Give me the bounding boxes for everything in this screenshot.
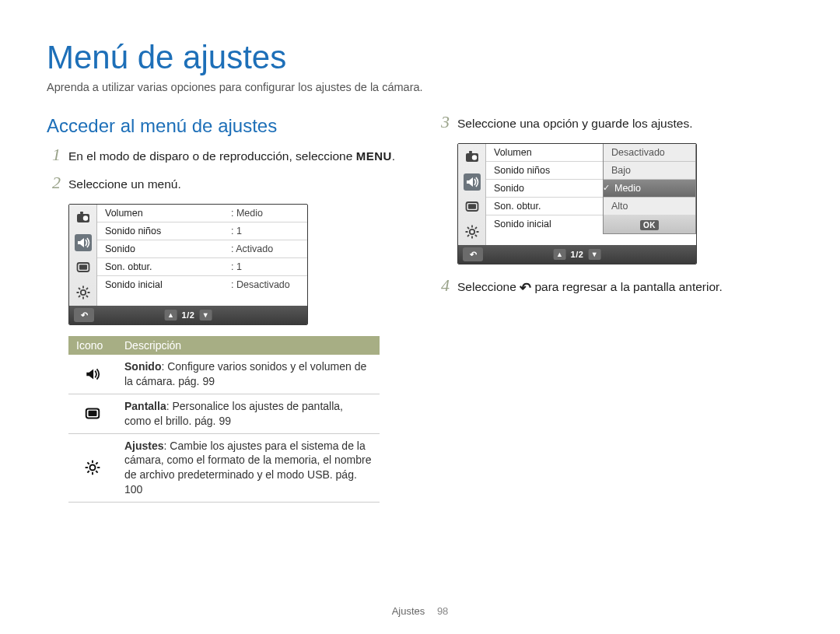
legend-title: Ajustes — [124, 440, 164, 452]
camera-icon — [75, 209, 92, 226]
lcd-screenshot-2: Volumen Sonido niños Sonido Son. obtur. … — [457, 143, 697, 264]
sound-icon — [75, 234, 92, 251]
page-indicator: 1/2 — [182, 310, 195, 320]
legend-header-icon: Icono — [68, 336, 117, 355]
legend-desc: Ajustes: Cambie los ajustes para el sist… — [117, 433, 380, 503]
legend-text: : Configure varios sonidos y el volumen … — [124, 360, 366, 387]
back-button[interactable]: ↶ — [463, 247, 483, 261]
legend-title: Pantalla — [124, 400, 166, 412]
menu-glyph: MENU — [356, 149, 392, 163]
page-title: Menú de ajustes — [47, 39, 793, 76]
option-item[interactable]: Desactivado — [604, 144, 695, 161]
step-text-after: para regresar a la pantalla anterior. — [531, 280, 723, 293]
camera-icon — [464, 149, 481, 166]
step-number: 1 — [47, 146, 61, 163]
footer-section: Ajustes — [392, 605, 425, 617]
gear-icon — [68, 433, 117, 503]
legend-title: Sonido — [124, 360, 161, 373]
back-icon: ↶ — [520, 280, 531, 296]
lcd-row-value: : 1 — [231, 261, 301, 272]
lcd-row-value: : Activado — [231, 243, 301, 254]
page-footer: Ajustes 98 — [0, 605, 840, 617]
step-number: 3 — [436, 114, 450, 131]
lcd-row-value: : Desactivado — [231, 279, 301, 290]
lcd-row-label: Sonido — [105, 243, 231, 254]
step-text-before: En el modo de disparo o de reproducción,… — [68, 149, 356, 163]
legend-header-desc: Descripción — [117, 336, 380, 355]
step-2: 2 Seleccione un menú. — [47, 176, 404, 193]
display-icon — [464, 198, 481, 215]
option-ok-row: OK — [604, 215, 695, 233]
page-indicator: 1/2 — [571, 250, 584, 259]
lcd-row-label: Volumen — [105, 208, 231, 219]
step-4: 4 Seleccione ↶ para regresar a la pantal… — [436, 278, 793, 298]
lcd-row: Sonido inicial: Desactivado — [97, 275, 307, 293]
step-text-before: Seleccione — [457, 280, 520, 293]
back-button[interactable]: ↶ — [74, 308, 94, 322]
step-text: Seleccione un menú. — [68, 176, 181, 193]
lcd-screenshot-1: Volumen: Medio Sonido niños: 1 Sonido: A… — [68, 204, 308, 325]
sound-icon — [68, 355, 117, 394]
lcd-icon-column — [458, 144, 486, 245]
gear-icon — [75, 284, 92, 301]
lcd-row: Volumen: Medio — [97, 205, 307, 222]
step-number: 2 — [47, 174, 61, 191]
section-heading: Acceder al menú de ajustes — [47, 115, 404, 137]
lcd-row: Son. obtur.: 1 — [97, 257, 307, 275]
legend-desc: Sonido: Configure varios sonidos y el vo… — [117, 355, 380, 394]
lcd-row: Sonido niños: 1 — [97, 222, 307, 240]
step-text: Seleccione ↶ para regresar a la pantalla… — [457, 278, 723, 298]
legend-row: Sonido: Configure varios sonidos y el vo… — [68, 355, 380, 394]
lcd-option-popup: Desactivado Bajo Medio Alto OK — [603, 144, 696, 234]
page-down-icon[interactable]: ▼ — [199, 310, 212, 321]
page-up-icon[interactable]: ▲ — [554, 249, 566, 260]
step-number: 4 — [436, 277, 450, 294]
step-text: Seleccione una opción y guarde los ajust… — [457, 115, 692, 132]
gear-icon — [464, 223, 481, 240]
option-item-selected[interactable]: Medio — [604, 179, 695, 197]
step-text-after: . — [392, 149, 395, 163]
page-intro: Aprenda a utilizar varias opciones para … — [47, 81, 793, 93]
option-item[interactable]: Alto — [604, 197, 695, 215]
option-item[interactable]: Bajo — [604, 161, 695, 179]
legend-row: Pantalla: Personalice los ajustes de pan… — [68, 394, 380, 433]
legend-table: Icono Descripción Sonido: Configure vari… — [68, 336, 380, 503]
lcd-pager: ▲ 1/2 ▼ — [554, 249, 601, 260]
lcd-row-value: : Medio — [231, 208, 301, 219]
lcd-pager: ▲ 1/2 ▼ — [165, 310, 212, 321]
sound-icon — [464, 173, 481, 191]
page-down-icon[interactable]: ▼ — [588, 249, 600, 260]
legend-row: Ajustes: Cambie los ajustes para el sist… — [68, 433, 380, 503]
step-3: 3 Seleccione una opción y guarde los aju… — [436, 115, 793, 132]
display-icon — [68, 394, 117, 433]
lcd-row-label: Sonido niños — [105, 226, 231, 236]
lcd-row-label: Sonido inicial — [105, 279, 231, 290]
lcd-row-label: Son. obtur. — [105, 261, 231, 272]
lcd-row-value: : 1 — [231, 226, 301, 236]
display-icon — [75, 259, 92, 276]
legend-desc: Pantalla: Personalice los ajustes de pan… — [117, 394, 380, 433]
page-up-icon[interactable]: ▲ — [165, 310, 177, 321]
ok-button[interactable]: OK — [640, 220, 659, 230]
lcd-footer: ↶ ▲ 1/2 ▼ — [69, 306, 307, 324]
lcd-icon-column — [69, 205, 97, 306]
lcd-footer: ↶ ▲ 1/2 ▼ — [458, 245, 696, 264]
footer-page-number: 98 — [437, 605, 448, 617]
lcd-setting-list: Volumen: Medio Sonido niños: 1 Sonido: A… — [97, 205, 307, 306]
lcd-row: Sonido: Activado — [97, 240, 307, 257]
step-text: En el modo de disparo o de reproducción,… — [68, 148, 395, 165]
step-1: 1 En el modo de disparo o de reproducció… — [47, 148, 404, 165]
